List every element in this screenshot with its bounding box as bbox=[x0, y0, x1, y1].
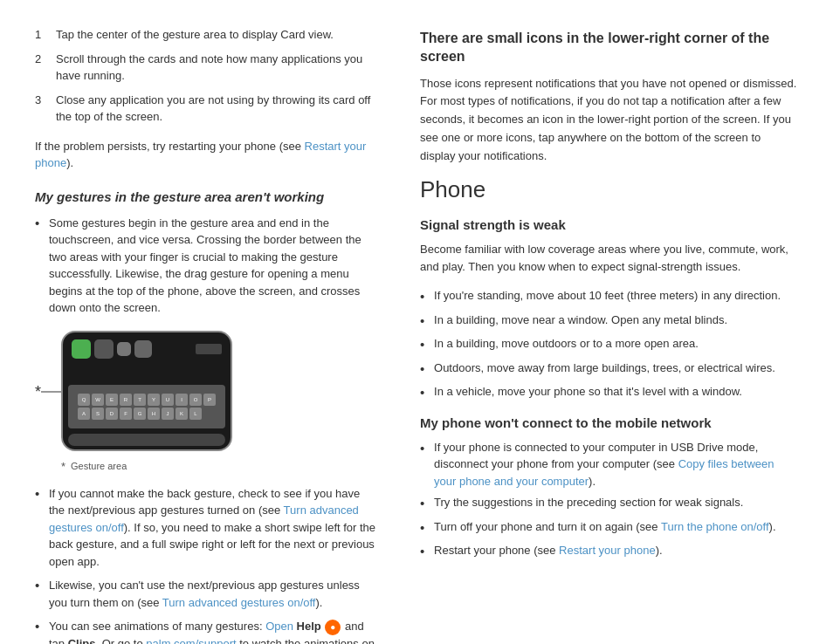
status-bar bbox=[196, 344, 222, 354]
device-top-bar bbox=[72, 339, 222, 359]
key: R bbox=[120, 394, 132, 406]
restart-phone-link-2[interactable]: Restart your phone bbox=[559, 544, 656, 557]
list-text: Close any application you are not using … bbox=[56, 92, 376, 126]
phone-heading: Phone bbox=[420, 176, 798, 203]
list-text: Scroll through the cards and note how ma… bbox=[56, 51, 376, 85]
gestures-heading: My gestures in the gesture area aren't w… bbox=[35, 189, 376, 204]
right-column: There are small icons in the lower-right… bbox=[403, 26, 798, 644]
app-icon-4 bbox=[134, 340, 152, 358]
mobile-bullet-list: • If your phone is connected to your com… bbox=[420, 439, 798, 562]
restart-prefix: If the problem persists, try restarting … bbox=[35, 140, 305, 153]
bullet-text: If your phone is connected to your compu… bbox=[434, 439, 798, 490]
bullet-symbol: • bbox=[35, 484, 49, 504]
key: U bbox=[162, 394, 174, 406]
bullet-text: In a building, move outdoors or to a mor… bbox=[434, 335, 798, 353]
bullet-symbol: • bbox=[420, 439, 434, 459]
bullet-text: In a vehicle, move your phone so that it… bbox=[434, 383, 798, 401]
list-text: Tap the center of the gesture area to di… bbox=[56, 26, 376, 44]
key: S bbox=[92, 408, 104, 420]
gestures-bullet-list-2: • If you cannot make the back gesture, c… bbox=[35, 485, 376, 645]
bullet-symbol: • bbox=[420, 383, 434, 403]
bullet-symbol: • bbox=[420, 542, 434, 562]
star-symbol: * bbox=[35, 382, 41, 401]
bullet-item: • You can see animations of many gesture… bbox=[35, 618, 376, 644]
bullet-text: Likewise, you can't use the next/previou… bbox=[49, 577, 376, 611]
bullet-text: If you cannot make the back gesture, che… bbox=[49, 485, 376, 571]
bullet-item: • Outdoors, move away from large buildin… bbox=[420, 360, 798, 380]
app-icon-1 bbox=[72, 339, 91, 359]
key: H bbox=[148, 408, 160, 420]
gesture-caption: * Gesture area bbox=[35, 460, 376, 473]
bullet-symbol: • bbox=[420, 494, 434, 514]
copy-files-link[interactable]: Copy files between your phone and your c… bbox=[434, 457, 774, 488]
list-number: 3 bbox=[35, 92, 56, 126]
signal-bullet-list: • If you're standing, move about 10 feet… bbox=[420, 287, 798, 403]
open-text: Open bbox=[265, 620, 293, 633]
key: D bbox=[106, 408, 118, 420]
turn-advanced-link-1[interactable]: Turn advanced gestures on/off bbox=[49, 504, 359, 534]
key: F bbox=[120, 408, 132, 420]
bullet-item: • If your phone is connected to your com… bbox=[420, 439, 798, 490]
bullet-text: Try the suggestions in the preceding sec… bbox=[434, 494, 798, 511]
key: K bbox=[176, 408, 188, 420]
key: J bbox=[162, 408, 174, 420]
caption-text: Gesture area bbox=[71, 461, 127, 471]
bullet-text: In a building, move near a window. Open … bbox=[434, 312, 798, 329]
bullet-symbol: • bbox=[35, 214, 49, 234]
bullet-item: • Try the suggestions in the preceding s… bbox=[420, 494, 798, 514]
left-column: 1 Tap the center of the gesture area to … bbox=[35, 26, 403, 644]
bullet-symbol: • bbox=[420, 360, 434, 380]
key: O bbox=[189, 394, 202, 406]
bullet-symbol: • bbox=[35, 617, 49, 637]
turn-advanced-link-2[interactable]: Turn advanced gestures on/off bbox=[162, 596, 316, 609]
clips-text: Clips bbox=[68, 637, 96, 644]
list-number: 1 bbox=[35, 26, 56, 44]
bullet-text: Outdoors, move away from large buildings… bbox=[434, 360, 798, 377]
app-icon-3 bbox=[117, 342, 131, 356]
bullet-item: • In a building, move near a window. Ope… bbox=[420, 312, 798, 332]
bullet-text: Some gestures begin in the gesture area … bbox=[49, 215, 376, 317]
key: T bbox=[134, 394, 146, 406]
bullet-text: If you're standing, move about 10 feet (… bbox=[434, 287, 798, 305]
help-icon: ● bbox=[325, 620, 341, 635]
list-item: 1 Tap the center of the gesture area to … bbox=[35, 26, 376, 44]
signal-para: Become familiar with low coverage areas … bbox=[420, 241, 798, 277]
bullet-item: • If you're standing, move about 10 feet… bbox=[420, 287, 798, 307]
numbered-list: 1 Tap the center of the gesture area to … bbox=[35, 26, 376, 126]
signal-heading: Signal strength is weak bbox=[420, 217, 798, 232]
icons-para: Those icons represent notifications that… bbox=[420, 75, 798, 166]
palm-support-link[interactable]: palm.com/support bbox=[146, 637, 236, 644]
keyboard-rows: Q W E R T Y U I O P bbox=[78, 394, 216, 420]
keyboard-row-2: A S D F G H J K L bbox=[78, 408, 216, 420]
key: A bbox=[78, 408, 90, 420]
bullet-item: • Likewise, you can't use the next/previ… bbox=[35, 577, 376, 611]
turn-phone-link[interactable]: Turn the phone on/off bbox=[661, 520, 769, 533]
list-number: 2 bbox=[35, 51, 56, 85]
bullet-symbol: • bbox=[420, 335, 434, 355]
bullet-item: • In a vehicle, move your phone so that … bbox=[420, 383, 798, 403]
key: P bbox=[203, 394, 216, 406]
bullet-text: You can see animations of many gestures:… bbox=[49, 618, 376, 644]
icons-heading: There are small icons in the lower-right… bbox=[420, 30, 798, 66]
gesture-image-area: * bbox=[35, 331, 376, 453]
gesture-device: Q W E R T Y U I O P bbox=[61, 331, 232, 451]
list-item: 3 Close any application you are not usin… bbox=[35, 92, 376, 126]
key: W bbox=[92, 394, 104, 406]
bullet-symbol: • bbox=[35, 576, 49, 596]
bullet-item: • Restart your phone (see Restart your p… bbox=[420, 542, 798, 562]
keyboard-row-1: Q W E R T Y U I O P bbox=[78, 394, 216, 406]
key: L bbox=[189, 408, 202, 420]
list-item: 2 Scroll through the cards and note how … bbox=[35, 51, 376, 85]
gesture-bar bbox=[68, 434, 225, 446]
bullet-text: Restart your phone (see Restart your pho… bbox=[434, 542, 798, 559]
bullet-item: • Turn off your phone and turn it on aga… bbox=[420, 518, 798, 538]
gestures-bullet-list-1: • Some gestures begin in the gesture are… bbox=[35, 215, 376, 317]
bullet-text: Turn off your phone and turn it on again… bbox=[434, 518, 798, 536]
gesture-device-image: Q W E R T Y U I O P bbox=[61, 331, 236, 453]
bullet-item: • In a building, move outdoors or to a m… bbox=[420, 335, 798, 355]
bullet-item: • If you cannot make the back gesture, c… bbox=[35, 485, 376, 571]
page-container: 1 Tap the center of the gesture area to … bbox=[0, 0, 833, 644]
bullet-symbol: • bbox=[420, 312, 434, 332]
key: Y bbox=[148, 394, 160, 406]
restart-line: If the problem persists, try restarting … bbox=[35, 138, 376, 172]
